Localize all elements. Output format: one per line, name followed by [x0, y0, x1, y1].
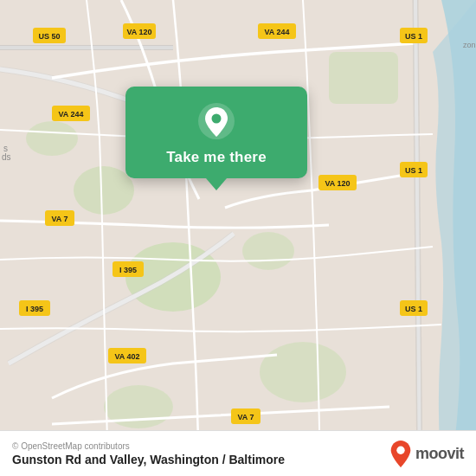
moovit-logo: moovit	[389, 440, 464, 467]
svg-text:US 1: US 1	[405, 166, 422, 175]
svg-point-1	[74, 166, 134, 215]
svg-text:US 1: US 1	[405, 32, 422, 41]
moovit-pin-icon	[389, 440, 412, 467]
svg-text:VA 7: VA 7	[51, 215, 68, 223]
moovit-brand-text: moovit	[415, 445, 464, 463]
svg-text:VA 402: VA 402	[114, 352, 139, 361]
location-pin-icon	[197, 102, 235, 140]
svg-text:VA 244: VA 244	[58, 110, 83, 119]
bottom-left-info: © OpenStreetMap contributors Gunston Rd …	[12, 441, 285, 466]
map-svg: US 50 VA 120 VA 244 VA 244 US 1 US 1 US …	[0, 0, 476, 476]
location-title: Gunston Rd and Valley, Washington / Balt…	[12, 453, 285, 466]
svg-text:VA 120: VA 120	[325, 179, 350, 188]
svg-rect-3	[329, 52, 398, 104]
svg-text:VA 120: VA 120	[126, 28, 151, 36]
bottom-bar: © OpenStreetMap contributors Gunston Rd …	[0, 430, 476, 476]
svg-text:I 395: I 395	[119, 266, 137, 274]
copyright-text: © OpenStreetMap contributors	[12, 441, 285, 451]
svg-text:US 50: US 50	[38, 32, 60, 41]
svg-text:US 1: US 1	[405, 305, 422, 313]
svg-text:VA 244: VA 244	[264, 28, 289, 36]
svg-point-38	[396, 447, 404, 454]
take-me-there-button[interactable]: Take me there	[166, 149, 267, 166]
svg-text:I 395: I 395	[26, 305, 43, 313]
svg-point-2	[242, 232, 294, 270]
map-container: US 50 VA 120 VA 244 VA 244 US 1 US 1 US …	[0, 0, 476, 476]
svg-point-37	[212, 114, 222, 124]
svg-text:VA 7: VA 7	[237, 413, 254, 421]
svg-point-5	[260, 342, 346, 402]
svg-text:zon: zon	[463, 41, 476, 49]
popup-card: Take me there	[125, 87, 307, 178]
svg-point-4	[26, 121, 78, 156]
svg-text:ds: ds	[2, 152, 11, 162]
